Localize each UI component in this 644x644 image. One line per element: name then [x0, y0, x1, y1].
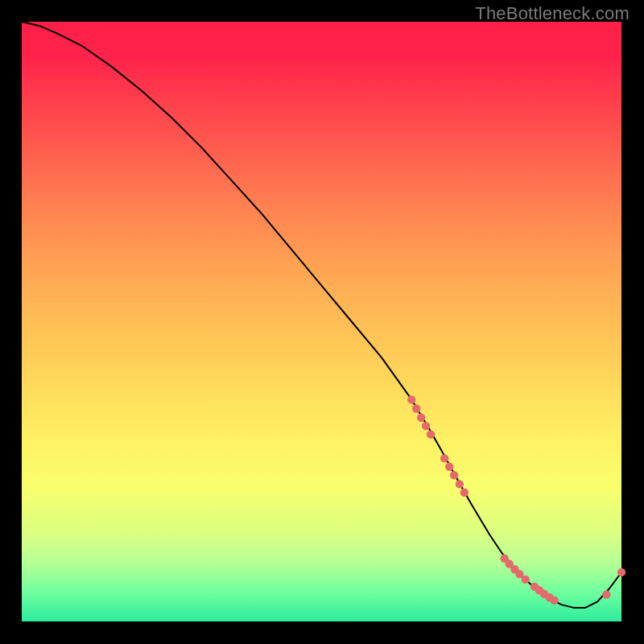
data-marker: [450, 471, 458, 479]
bottleneck-curve: [22, 22, 621, 608]
data-marker: [407, 395, 415, 403]
data-marker: [422, 422, 430, 430]
data-marker: [460, 489, 469, 497]
chart-frame: TheBottleneck.com: [0, 0, 644, 644]
data-marker: [617, 568, 625, 576]
chart-svg: [22, 22, 621, 621]
data-marker: [550, 597, 558, 605]
data-marker: [412, 404, 420, 412]
plot-area: [22, 22, 621, 621]
data-marker: [417, 414, 425, 422]
watermark-text: TheBottleneck.com: [475, 3, 630, 24]
data-marker: [445, 463, 453, 471]
data-marker: [456, 480, 464, 488]
data-marker: [522, 576, 530, 584]
markers-group: [407, 395, 625, 605]
data-marker: [440, 454, 448, 462]
data-marker: [427, 430, 435, 438]
data-marker: [602, 590, 610, 598]
